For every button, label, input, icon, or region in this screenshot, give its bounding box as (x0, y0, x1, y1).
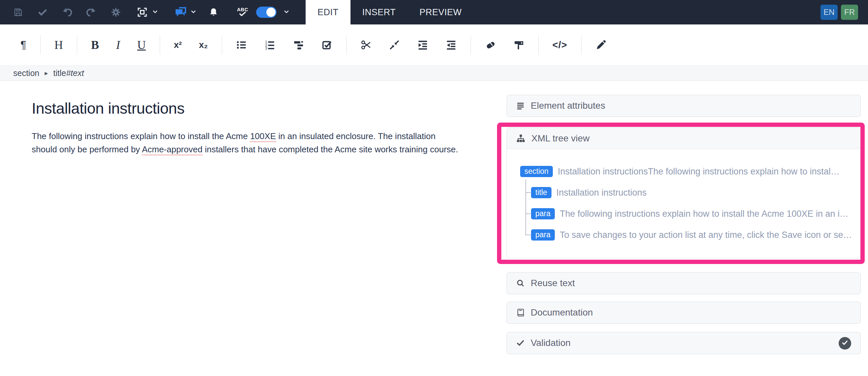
breadcrumb: section ▸ title #text (0, 65, 868, 81)
checklist-button[interactable] (321, 39, 332, 51)
panel-element-attributes: Element attributes (506, 95, 861, 117)
tree-connector-line (525, 235, 531, 235)
source-code-button[interactable]: </> (553, 40, 567, 51)
toolbar-divider (77, 35, 77, 55)
tree-node-text: Installation instructions (556, 188, 647, 198)
save-button[interactable] (12, 0, 24, 25)
tree-node-para[interactable]: para To save changes to your action list… (531, 228, 852, 242)
merge-button[interactable] (389, 39, 400, 51)
settings-button[interactable] (110, 0, 121, 25)
chevron-down-icon (152, 8, 158, 16)
panel-validation: Validation (506, 332, 861, 354)
tab-edit[interactable]: EDIT (306, 0, 350, 25)
sitemap-icon (516, 134, 525, 143)
bullet-list-icon (236, 39, 247, 51)
check-icon (516, 339, 525, 347)
paragraph-marks-button[interactable]: ¶ (21, 39, 26, 51)
tree-node-para[interactable]: para The following instructions explain … (531, 207, 848, 221)
spellcheck-dropdown[interactable] (283, 8, 290, 16)
misspelled-word[interactable]: Acme-approved (142, 144, 203, 155)
save-icon (13, 7, 23, 17)
spellcheck-button[interactable]: ABC (237, 7, 248, 18)
panel-title: Documentation (531, 307, 593, 318)
book-icon (516, 308, 525, 317)
top-app-bar: ABC EDIT INSERT PREVIEW EN FR (0, 0, 868, 25)
cut-button[interactable] (361, 39, 372, 51)
element-tag-badge: para (531, 229, 555, 240)
check-icon (38, 7, 48, 17)
heading-button[interactable]: H (55, 38, 63, 52)
subscript-button[interactable]: x₂ (199, 40, 208, 50)
gear-icon (111, 7, 121, 17)
collapse-arrows-icon (389, 39, 400, 51)
scissors-icon (361, 39, 372, 51)
paragraph-text: installers that have completed the Acme … (202, 144, 458, 154)
toolbar-divider (346, 35, 346, 55)
tree-node-title[interactable]: title Installation instructions (531, 186, 647, 200)
outdent-button[interactable] (445, 39, 457, 51)
misspelled-word[interactable]: 100XE (250, 131, 276, 142)
attribute-list-icon (516, 102, 525, 110)
focus-mode-dropdown[interactable] (152, 8, 158, 16)
tab-preview[interactable]: PREVIEW (408, 0, 474, 25)
tree-node-text: The following instructions explain how t… (560, 209, 848, 219)
bullet-list-button[interactable] (236, 39, 247, 51)
panel-header-reuse-text[interactable]: Reuse text (507, 272, 860, 294)
tree-node-text: Installation instructionsThe following i… (558, 167, 840, 177)
comments-dropdown[interactable] (190, 8, 197, 16)
outdent-icon (445, 39, 457, 51)
language-en-button[interactable]: EN (820, 5, 838, 20)
panel-header-documentation[interactable]: Documentation (507, 302, 860, 323)
undo-icon (62, 7, 72, 18)
xml-tree: section Installation instructionsThe fol… (507, 149, 860, 258)
panel-title: XML tree view (531, 133, 589, 144)
tree-connector-line (525, 192, 531, 193)
underline-button[interactable]: U (137, 38, 146, 52)
accept-changes-button[interactable] (37, 0, 48, 25)
panel-xml-tree-view: XML tree view section Installation instr… (506, 127, 861, 258)
document-paragraph[interactable]: The following instructions explain how t… (32, 129, 461, 156)
element-tag-badge: section (520, 166, 553, 177)
clear-formatting-button[interactable] (485, 39, 496, 51)
tree-connector-line (525, 213, 531, 214)
definition-list-icon (293, 39, 304, 51)
panel-title: Reuse text (531, 278, 575, 288)
toolbar-divider (222, 35, 222, 55)
bold-button[interactable]: B (91, 38, 99, 52)
numbered-list-button[interactable]: 1 2 3 (265, 39, 276, 51)
spellcheck-abc-label: ABC (237, 7, 248, 11)
breadcrumb-item-section[interactable]: section (13, 68, 39, 78)
numbered-list-icon: 1 2 3 (265, 39, 276, 51)
breadcrumb-item-text-node[interactable]: #text (66, 68, 84, 78)
language-fr-button[interactable]: FR (841, 5, 858, 20)
notifications-button[interactable] (208, 0, 219, 25)
document-heading[interactable]: Installation instructions (32, 99, 185, 117)
panel-reuse-text: Reuse text (506, 272, 861, 294)
svg-text:3: 3 (265, 46, 267, 50)
comments-button[interactable] (175, 0, 186, 25)
indent-button[interactable] (417, 39, 428, 51)
focus-frame-icon (137, 7, 148, 18)
chevron-down-icon (283, 8, 290, 16)
undo-button[interactable] (61, 0, 72, 25)
italic-button[interactable]: I (116, 38, 120, 52)
superscript-button[interactable]: x² (174, 40, 182, 50)
panel-title: Validation (531, 338, 570, 348)
tab-insert[interactable]: INSERT (350, 0, 408, 25)
paragraph-text: The following instructions explain how t… (32, 131, 250, 141)
panel-header-validation[interactable]: Validation (507, 332, 860, 353)
tree-node-section[interactable]: section Installation instructionsThe fol… (520, 165, 840, 178)
edit-annotation-button[interactable] (595, 39, 607, 51)
tree-connector-line (525, 179, 526, 235)
copy-formatting-button[interactable] (513, 39, 524, 51)
focus-mode-button[interactable] (136, 0, 148, 25)
spellcheck-toggle[interactable] (256, 7, 277, 18)
redo-button[interactable] (86, 0, 97, 25)
breadcrumb-item-title[interactable]: title (53, 68, 66, 78)
formatting-toolbar: ¶ H B I U x² x₂ 1 2 3 (0, 25, 868, 65)
spellcheck-check-icon (239, 11, 246, 18)
panel-header-xml-tree-view[interactable]: XML tree view (507, 128, 860, 149)
panel-header-element-attributes[interactable]: Element attributes (507, 95, 860, 116)
toolbar-divider (160, 35, 160, 55)
definition-list-button[interactable] (293, 39, 304, 51)
